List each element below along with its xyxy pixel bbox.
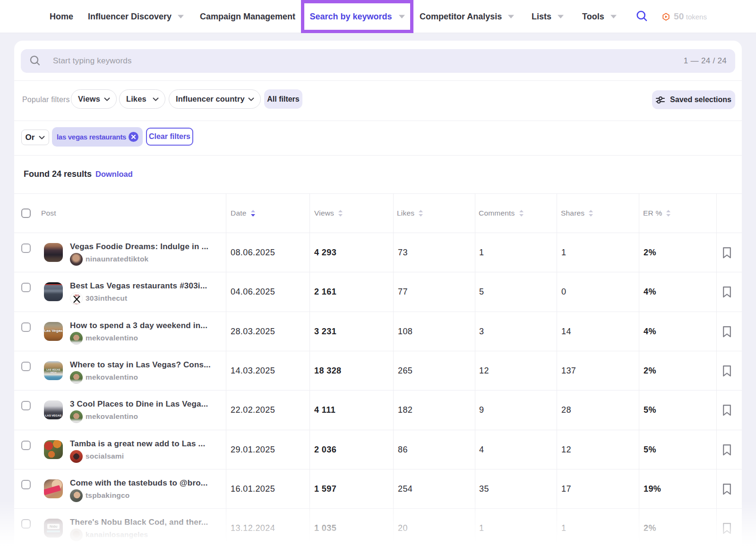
svg-text:303: 303 [75, 294, 79, 297]
